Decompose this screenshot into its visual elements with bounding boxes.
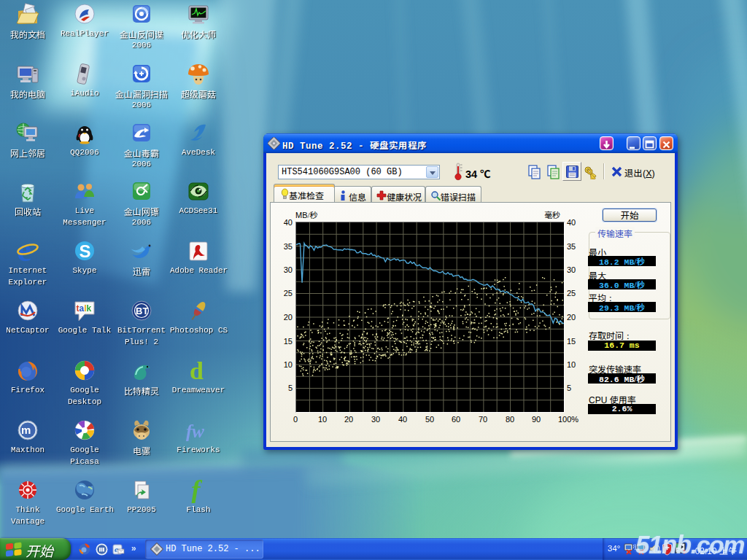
- svg-text:e: e: [17, 239, 31, 264]
- svg-text:fw: fw: [186, 421, 204, 441]
- svg-text:m: m: [21, 424, 31, 436]
- svg-text:f: f: [191, 478, 203, 503]
- svg-text:e: e: [115, 545, 118, 553]
- svg-text:S: S: [80, 241, 91, 261]
- svg-text:talk: talk: [77, 303, 92, 314]
- svg-text:d: d: [190, 359, 204, 384]
- svg-text:BT: BT: [136, 306, 148, 316]
